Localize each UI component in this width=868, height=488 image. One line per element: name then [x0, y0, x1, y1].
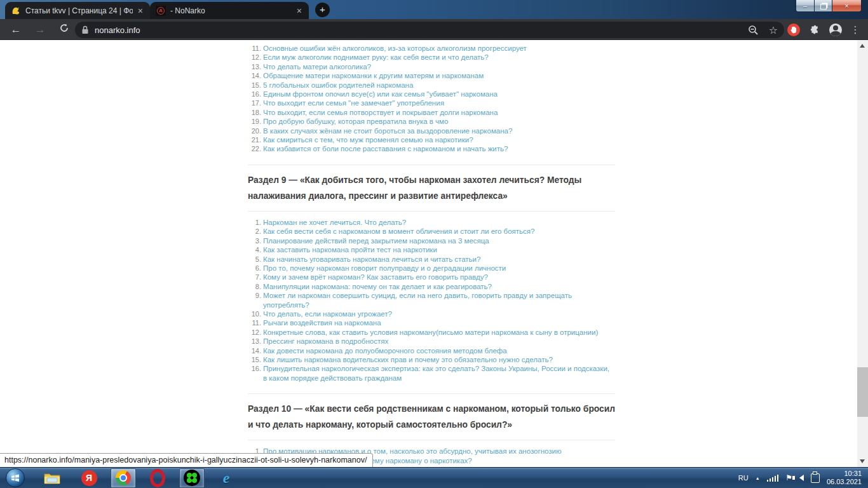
article-link[interactable]: Как довести наркомана до полуобморочного…: [263, 347, 507, 355]
article-link[interactable]: Как лишить наркомана водительских прав и…: [263, 356, 553, 363]
start-button[interactable]: [3, 468, 28, 488]
reload-icon: [59, 23, 69, 33]
nonarko-favicon-icon: A: [156, 6, 166, 16]
lock-icon: [81, 25, 89, 34]
scrollbar-thumb[interactable]: [857, 367, 868, 417]
taskbar-icq[interactable]: [179, 468, 205, 488]
reload-button[interactable]: [56, 22, 72, 38]
article-link[interactable]: Рычаги воздействия на наркомана: [263, 319, 381, 327]
article-link[interactable]: Основные ошибки жён алкоголиков, из-за к…: [263, 44, 527, 52]
taskbar-yandex[interactable]: Я: [76, 468, 102, 488]
taskbar-internet-explorer[interactable]: e: [214, 468, 239, 488]
hidden-icons-arrow-icon[interactable]: ▲: [756, 476, 760, 480]
tab-nonarko[interactable]: A - NoNarko ×: [150, 2, 309, 19]
article-link[interactable]: Про добрую бабушку, которая превратила в…: [263, 118, 448, 125]
article-link[interactable]: Что выходит, если семья потворствует и п…: [263, 109, 498, 116]
list-item: Наркоман не хочет лечиться. Что делать?: [263, 218, 615, 227]
bookmark-star-icon[interactable]: ☆: [769, 24, 778, 36]
scroll-up-icon[interactable]: [860, 44, 865, 48]
tray-date: 06.03.2021: [827, 478, 862, 486]
article-link[interactable]: Планирование действий перед закрытием на…: [263, 237, 489, 245]
article-link[interactable]: Манипуляции наркомана: почему он так дел…: [263, 283, 492, 290]
profile-avatar[interactable]: [828, 22, 843, 37]
article-link[interactable]: Как себя вести себя с наркоманом в момен…: [263, 227, 534, 235]
article-link[interactable]: Как смириться с тем, что муж променял се…: [263, 136, 473, 144]
article-list-top: Основные ошибки жён алкоголиков, из-за к…: [248, 44, 615, 154]
list-item: Что выходит если семья "не замечает" упо…: [263, 98, 615, 107]
list-item: Единым фронтом опочил всуе(с) или как се…: [263, 90, 615, 98]
list-item: Как избавится от боли после расставания …: [263, 144, 615, 153]
page-content: Основные ошибки жён алкоголиков, из-за к…: [0, 40, 868, 467]
network-signal-icon[interactable]: [767, 475, 779, 482]
list-item: Как начинать уговаривать наркомана лечит…: [263, 255, 615, 264]
taskbar-opera[interactable]: [145, 468, 170, 488]
article-link[interactable]: Что делать, если наркоман угрожает?: [263, 310, 392, 318]
article-link[interactable]: Кому и зачем врёт наркоман? Как заставит…: [263, 273, 488, 281]
article-link[interactable]: В каких случаях жёнам не стоит бороться …: [263, 127, 512, 135]
list-item: Прессинг наркомана в подробностях: [263, 337, 615, 346]
article-link[interactable]: Обращение матери наркоманки к другим мат…: [263, 72, 484, 79]
speaker-icon[interactable]: [799, 475, 804, 481]
new-tab-button[interactable]: +: [315, 3, 330, 17]
article-link[interactable]: Наркоман не хочет лечиться. Что делать?: [263, 219, 406, 226]
article-link[interactable]: Принудительная наркологическая экспертиз…: [263, 365, 609, 381]
article-link[interactable]: Может ли наркоман совершить суицид, если…: [263, 292, 572, 308]
list-item: Что делать матери алкоголика?: [263, 62, 615, 71]
article-link[interactable]: 5 глобальных ошибок родителей наркомана: [263, 81, 413, 89]
address-bar[interactable]: nonarko.info ☆: [75, 22, 784, 38]
forum-favicon-icon: [11, 6, 21, 16]
tab-forum[interactable]: Статьи tkvv | Страница 24 | Фору ×: [5, 2, 150, 19]
tray-app-icon[interactable]: [811, 473, 820, 483]
list-item: Что делать, если наркоман угрожает?: [263, 309, 615, 318]
tab-close-icon[interactable]: ×: [295, 6, 303, 15]
article-link[interactable]: Как заставить наркомана пройти тест на н…: [263, 246, 437, 254]
article-link[interactable]: Как избавится от боли после расставания …: [263, 145, 508, 152]
folder-icon: [44, 471, 60, 485]
action-center-flag-icon[interactable]: ⚑: [785, 473, 792, 482]
chrome-icon: [116, 470, 131, 485]
list-item: Если муж алкоголик поднимает руку: как с…: [263, 53, 615, 62]
divider: [248, 211, 615, 212]
article-link[interactable]: Прессинг наркомана в подробностях: [263, 337, 388, 345]
article-link[interactable]: Конкретные слова, как ставить условия на…: [263, 329, 598, 336]
scrollbar[interactable]: [857, 40, 868, 467]
list-item: Как себя вести себя с наркоманом в момен…: [263, 227, 615, 236]
scroll-down-icon[interactable]: [860, 459, 865, 463]
list-item: Планирование действий перед закрытием на…: [263, 236, 615, 245]
article-link[interactable]: Единым фронтом опочил всуе(с) или как се…: [263, 90, 498, 98]
adblock-extension-icon[interactable]: [786, 22, 801, 37]
list-item: В каких случаях жёнам не стоит бороться …: [263, 126, 615, 135]
divider: [248, 393, 615, 394]
close-button[interactable]: ×: [832, 0, 862, 12]
language-indicator[interactable]: RU: [738, 474, 749, 482]
opera-icon: [150, 469, 165, 487]
list-item: Про то, почему наркоман говорит полуправ…: [263, 264, 615, 273]
article-link[interactable]: Что выходит если семья "не замечает" упо…: [263, 99, 444, 107]
list-item: Манипуляции наркомана: почему он так дел…: [263, 282, 615, 291]
internet-explorer-icon: e: [223, 470, 230, 485]
article-link[interactable]: Если муж алкоголик поднимает руку: как с…: [263, 53, 489, 61]
list-item: Может ли наркоман совершить суицид, если…: [263, 291, 615, 309]
taskbar: Я e RU ▲ ⚑ 10:31 06.03.2021: [0, 467, 868, 488]
minimize-button[interactable]: –: [796, 0, 815, 12]
tab-close-icon[interactable]: ×: [137, 6, 144, 15]
article-link[interactable]: Что делать матери алкоголика?: [263, 63, 371, 71]
forward-button: →: [32, 22, 48, 38]
taskbar-explorer[interactable]: [39, 468, 65, 488]
back-button[interactable]: ←: [8, 22, 24, 38]
list-item: Что выходит, если семья потворствует и п…: [263, 108, 615, 117]
yandex-icon: Я: [81, 470, 97, 486]
article-link[interactable]: Про то, почему наркоман говорит полуправ…: [263, 264, 506, 272]
zoom-out-icon[interactable]: [748, 25, 759, 36]
tab-title: Статьи tkvv | Страница 24 | Фору: [25, 6, 133, 15]
taskbar-chrome[interactable]: [111, 468, 136, 488]
address-text[interactable]: nonarko.info: [95, 25, 140, 35]
article-list-section9: Наркоман не хочет лечиться. Что делать?К…: [248, 218, 615, 383]
menu-icon[interactable]: ⋮: [848, 22, 863, 37]
extensions-puzzle-icon[interactable]: [807, 22, 822, 37]
system-tray: RU ▲ ⚑ 10:31 06.03.2021: [738, 470, 868, 486]
restore-button[interactable]: [815, 0, 832, 12]
window-controls: – ×: [796, 0, 862, 13]
clock[interactable]: 10:31 06.03.2021: [827, 470, 862, 486]
article-link[interactable]: Как начинать уговаривать наркомана лечит…: [263, 255, 480, 263]
